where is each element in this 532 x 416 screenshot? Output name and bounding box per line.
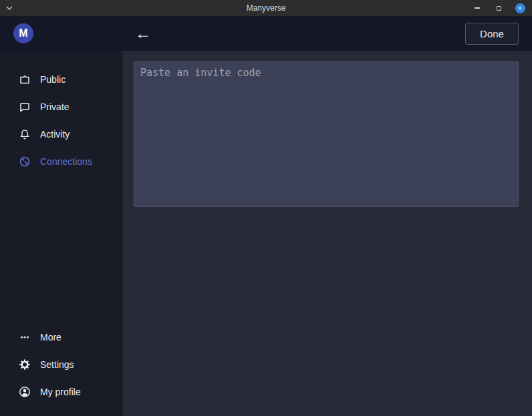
main-content <box>123 51 532 416</box>
more-icon <box>19 331 31 343</box>
app-header: M ← Done <box>0 16 532 51</box>
connections-icon <box>19 156 31 168</box>
minimize-icon <box>475 7 480 9</box>
minimize-button[interactable] <box>472 3 483 13</box>
settings-icon <box>19 359 31 371</box>
window-title: Manyverse <box>0 3 532 13</box>
sidebar-item-label: Settings <box>40 359 74 370</box>
sidebar-item-label: Public <box>40 74 65 85</box>
restore-icon <box>497 6 501 11</box>
titlebar: Manyverse × <box>0 0 532 16</box>
sidebar-item-my-profile[interactable]: My profile <box>0 378 123 405</box>
back-arrow-icon[interactable]: ← <box>135 25 151 41</box>
sidebar-item-label: My profile <box>40 387 81 397</box>
sidebar-item-label: Private <box>40 101 70 112</box>
sidebar-item-label: Connections <box>40 156 92 167</box>
window-controls: × <box>472 3 532 13</box>
close-button[interactable]: × <box>515 3 525 13</box>
private-icon <box>19 101 31 113</box>
public-icon <box>19 73 31 85</box>
invite-code-textarea[interactable] <box>134 61 519 207</box>
sidebar: Public Private Activity <box>0 51 123 416</box>
restore-button[interactable] <box>493 3 504 13</box>
activity-icon <box>19 128 31 140</box>
sidebar-item-activity[interactable]: Activity <box>0 120 123 148</box>
sidebar-item-settings[interactable]: Settings <box>0 351 123 378</box>
manyverse-logo: M <box>13 23 33 43</box>
sidebar-spacer <box>0 175 123 323</box>
sidebar-item-private[interactable]: Private <box>0 93 123 120</box>
profile-icon <box>19 386 31 398</box>
done-button[interactable]: Done <box>465 23 519 45</box>
body: Public Private Activity <box>0 51 532 416</box>
sidebar-item-label: Activity <box>40 129 70 140</box>
close-icon: × <box>515 3 525 13</box>
titlebar-menu-chevron-icon[interactable] <box>6 6 13 10</box>
sidebar-item-more[interactable]: More <box>0 323 123 351</box>
sidebar-item-public[interactable]: Public <box>0 65 123 93</box>
sidebar-item-label: More <box>40 332 61 343</box>
sidebar-item-connections[interactable]: Connections <box>0 148 123 175</box>
